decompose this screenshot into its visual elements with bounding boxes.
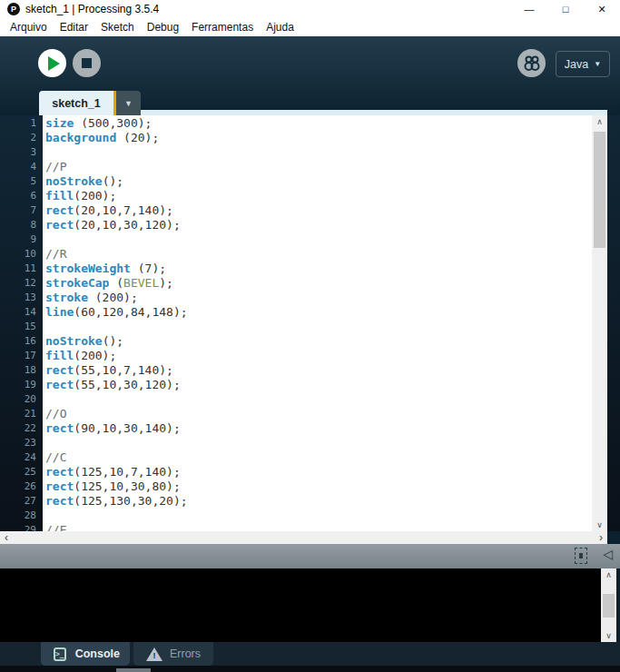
console-divider-bar[interactable]: ◁ xyxy=(0,544,620,568)
code-line: 21//O xyxy=(0,407,592,421)
console-horizontal-scrollbar[interactable] xyxy=(0,666,620,672)
code-text: size (500,300); xyxy=(36,116,152,131)
code-text xyxy=(36,320,45,334)
chevron-down-icon: ▼ xyxy=(124,99,133,108)
menu-bar: Arquivo Editar Sketch Debug Ferramentas … xyxy=(0,18,620,36)
menu-sketch[interactable]: Sketch xyxy=(94,21,141,34)
console-scroll-thumb[interactable] xyxy=(603,594,615,618)
code-text: stroke (200); xyxy=(36,291,138,305)
console-copy-icon[interactable] xyxy=(575,548,587,564)
code-text: //P xyxy=(36,160,66,174)
code-line: 3 xyxy=(0,145,592,160)
line-number: 12 xyxy=(0,276,36,291)
tab-sketch-1[interactable]: sketch_1 xyxy=(39,91,113,115)
code-line: 7rect(20,10,7,140); xyxy=(0,203,592,218)
code-text: //O xyxy=(36,407,66,421)
scroll-right-icon[interactable]: › xyxy=(595,531,607,544)
code-line: 5noStroke(); xyxy=(0,174,592,189)
tab-label: sketch_1 xyxy=(52,97,101,110)
code-line: 11strokeWeight (7); xyxy=(0,262,592,276)
editor-region: 1size (500,300);2background (20);34//P5n… xyxy=(0,115,620,531)
run-button[interactable] xyxy=(38,49,66,77)
code-line: 10//R xyxy=(0,247,592,262)
window-controls: — □ ✕ xyxy=(511,0,620,18)
code-text: line(60,120,84,148); xyxy=(36,305,188,320)
menu-ajuda[interactable]: Ajuda xyxy=(260,21,300,34)
menu-ferramentas[interactable]: Ferramentas xyxy=(185,21,260,34)
minimize-button[interactable]: — xyxy=(511,0,547,18)
code-text xyxy=(36,436,45,450)
console-vertical-scrollbar[interactable]: ∧ ∨ xyxy=(601,568,616,642)
editor-scroll-thumb[interactable] xyxy=(594,132,605,248)
scroll-up-icon[interactable]: ∧ xyxy=(592,115,607,128)
line-number: 1 xyxy=(0,116,36,131)
maximize-button[interactable]: □ xyxy=(547,0,584,18)
code-line: 16noStroke(); xyxy=(0,334,592,349)
code-text: rect(125,130,30,20); xyxy=(36,494,188,509)
stop-icon xyxy=(82,58,92,68)
code-line: 22rect(90,10,30,140); xyxy=(0,421,592,436)
code-text: rect(20,10,7,140); xyxy=(36,203,173,218)
code-text: fill(200); xyxy=(36,349,116,363)
line-number: 13 xyxy=(0,291,36,305)
scroll-down-icon[interactable]: ∨ xyxy=(592,519,607,531)
stop-button[interactable] xyxy=(73,49,101,77)
menu-debug[interactable]: Debug xyxy=(141,21,185,34)
scroll-left-icon[interactable]: ‹ xyxy=(0,531,13,544)
tab-errors[interactable]: ! Errors xyxy=(133,642,213,666)
code-line: 15 xyxy=(0,320,592,334)
code-line: 27rect(125,130,30,20); xyxy=(0,494,592,509)
line-number: 5 xyxy=(0,174,36,189)
line-number: 20 xyxy=(0,392,36,407)
debug-butterfly-icon xyxy=(519,51,545,76)
scroll-down-icon[interactable]: ∨ xyxy=(601,629,616,642)
line-number: 2 xyxy=(0,131,36,145)
editor-vertical-scrollbar[interactable]: ∧ ∨ xyxy=(592,115,607,531)
console-tab-label: Console xyxy=(75,647,120,660)
editor-horizontal-scrollbar[interactable]: ‹ › xyxy=(0,531,607,544)
terminal-icon: >_ xyxy=(54,647,66,661)
chevron-down-icon: ▼ xyxy=(594,60,601,68)
title-bar[interactable]: P sketch_1 | Processing 3.5.4 — □ ✕ xyxy=(0,0,620,18)
line-number: 7 xyxy=(0,203,36,218)
close-button[interactable]: ✕ xyxy=(584,0,620,18)
code-line: 29//E xyxy=(0,523,592,531)
collapse-console-icon[interactable]: ◁ xyxy=(603,547,613,561)
line-number: 24 xyxy=(0,450,36,465)
code-text: strokeCap (BEVEL); xyxy=(36,276,173,291)
line-number: 19 xyxy=(0,378,36,392)
tab-console[interactable]: >_ Console xyxy=(41,642,130,666)
code-text: rect(55,10,7,140); xyxy=(36,363,173,378)
line-number: 3 xyxy=(0,145,36,160)
line-number: 18 xyxy=(0,363,36,378)
code-text: rect(90,10,30,140); xyxy=(36,421,181,436)
errors-tab-label: Errors xyxy=(170,647,201,660)
line-number: 21 xyxy=(0,407,36,421)
menu-arquivo[interactable]: Arquivo xyxy=(4,21,54,34)
console-region: ∧ ∨ xyxy=(0,568,620,642)
bottom-tab-bar: >_ Console ! Errors xyxy=(0,642,620,666)
code-line: 25rect(125,10,7,140); xyxy=(0,465,592,479)
line-number: 6 xyxy=(0,189,36,203)
menu-editar[interactable]: Editar xyxy=(54,21,94,34)
code-text: rect(20,10,30,120); xyxy=(36,218,181,232)
code-line: 26rect(125,10,30,80); xyxy=(0,479,592,494)
code-text: rect(55,10,30,120); xyxy=(36,378,181,392)
console-hscroll-thumb[interactable] xyxy=(116,668,151,672)
window-title: sketch_1 | Processing 3.5.4 xyxy=(25,3,159,15)
scroll-up-icon[interactable]: ∧ xyxy=(601,568,616,581)
line-number: 15 xyxy=(0,320,36,334)
code-text: rect(125,10,30,80); xyxy=(36,479,181,494)
code-line: 1size (500,300); xyxy=(0,116,592,131)
debug-button[interactable] xyxy=(517,49,546,77)
code-line: 19rect(55,10,30,120); xyxy=(0,378,592,392)
code-line: 12strokeCap (BEVEL); xyxy=(0,276,592,291)
line-number: 23 xyxy=(0,436,36,450)
line-number: 9 xyxy=(0,232,36,247)
console-output[interactable] xyxy=(0,568,601,642)
code-line: 13stroke (200); xyxy=(0,291,592,305)
tab-menu-button[interactable]: ▼ xyxy=(116,91,141,115)
code-line: 9 xyxy=(0,232,592,247)
mode-selector[interactable]: Java ▼ xyxy=(556,51,610,77)
line-number: 11 xyxy=(0,262,36,276)
